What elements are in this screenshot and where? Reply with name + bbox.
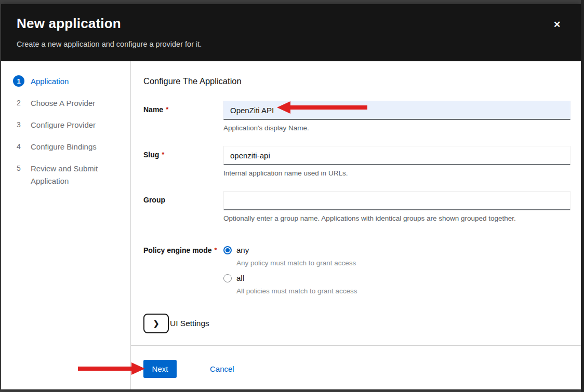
- step-label: Review and Submit Application: [31, 163, 109, 187]
- step-number-badge: 4: [13, 141, 24, 152]
- cancel-button[interactable]: Cancel: [210, 360, 234, 373]
- wizard-content: Configure The Application Name* Applicat…: [131, 61, 581, 345]
- step-number-badge: 3: [13, 119, 24, 130]
- next-button[interactable]: Next: [143, 360, 177, 378]
- policy-engine-mode-label: Policy engine mode*: [143, 241, 223, 295]
- slug-input[interactable]: [223, 146, 570, 165]
- slug-label: Slug*: [143, 146, 223, 177]
- form-row-policy-engine-mode: Policy engine mode* any Any policy must …: [143, 241, 570, 295]
- name-field-wrap: Application's display Name.: [223, 101, 570, 132]
- wizard-step-choose-provider[interactable]: 2 Choose A Provider: [13, 97, 125, 110]
- radio-button-icon[interactable]: [223, 274, 232, 282]
- required-asterisk: *: [214, 246, 217, 254]
- modal-title: New application: [17, 16, 560, 32]
- wizard-footer: Next Cancel: [131, 345, 581, 389]
- step-number-badge: 2: [13, 97, 24, 109]
- radio-label-all[interactable]: all: [236, 274, 244, 282]
- group-input[interactable]: [223, 191, 570, 210]
- page-title: Configure The Application: [143, 76, 570, 86]
- slug-help-text: Internal application name used in URLs.: [223, 169, 570, 177]
- wizard-step-configure-provider[interactable]: 3 Configure Provider: [13, 119, 125, 131]
- name-label: Name*: [143, 101, 223, 132]
- required-asterisk: *: [166, 105, 168, 113]
- group-help-text: Optionally enter a group name. Applicati…: [223, 214, 570, 222]
- ui-settings-label: UI Settings: [170, 319, 209, 328]
- radio-label-any[interactable]: any: [236, 246, 249, 254]
- step-label: Configure Provider: [31, 119, 96, 131]
- wizard-step-nav: 1 Application 2 Choose A Provider 3 Conf…: [1, 61, 131, 389]
- step-label: Choose A Provider: [31, 97, 95, 110]
- radio-all-description: All policies must match to grant access: [236, 287, 570, 295]
- radio-button-icon[interactable]: [223, 246, 232, 254]
- policy-engine-mode-group: any Any policy must match to grant acces…: [223, 246, 570, 295]
- page-background-edge: [581, 0, 584, 392]
- required-asterisk: *: [162, 151, 164, 158]
- group-field-wrap: Optionally enter a group name. Applicati…: [223, 191, 570, 222]
- ui-settings-expander: ❯ UI Settings: [143, 314, 570, 333]
- wizard-step-application[interactable]: 1 Application: [13, 75, 125, 88]
- label-text: Name: [143, 105, 163, 114]
- step-label: Application: [31, 75, 69, 88]
- name-input[interactable]: [223, 101, 570, 120]
- new-application-modal: New application Create a new application…: [1, 4, 581, 389]
- modal-body: 1 Application 2 Choose A Provider 3 Conf…: [1, 61, 581, 389]
- label-text: Policy engine mode: [143, 246, 211, 254]
- label-text: Group: [143, 196, 165, 204]
- step-number-badge: 1: [13, 75, 24, 87]
- wizard-main-panel: Configure The Application Name* Applicat…: [131, 61, 581, 389]
- radio-option-all[interactable]: all: [223, 274, 570, 282]
- step-label: Configure Bindings: [31, 141, 97, 153]
- screen: New application Create a new application…: [0, 0, 584, 392]
- modal-subtitle: Create a new application and configure a…: [17, 40, 560, 48]
- chevron-right-icon[interactable]: ❯: [143, 314, 169, 333]
- slug-field-wrap: Internal application name used in URLs.: [223, 146, 570, 177]
- wizard-step-review-submit[interactable]: 5 Review and Submit Application: [13, 163, 125, 187]
- radio-any-description: Any policy must match to grant access: [236, 259, 570, 267]
- name-help-text: Application's display Name.: [223, 124, 570, 132]
- form-row-slug: Slug* Internal application name used in …: [143, 146, 570, 177]
- modal-header: New application Create a new application…: [1, 4, 581, 61]
- step-number-badge: 5: [13, 163, 24, 174]
- label-text: Slug: [143, 151, 159, 159]
- wizard-step-configure-bindings[interactable]: 4 Configure Bindings: [13, 141, 125, 153]
- form-row-name: Name* Application's display Name.: [143, 101, 570, 132]
- close-icon[interactable]: ✕: [551, 19, 563, 31]
- group-label: Group: [143, 191, 223, 222]
- radio-option-any[interactable]: any: [223, 246, 570, 254]
- form-row-group: Group Optionally enter a group name. App…: [143, 191, 570, 222]
